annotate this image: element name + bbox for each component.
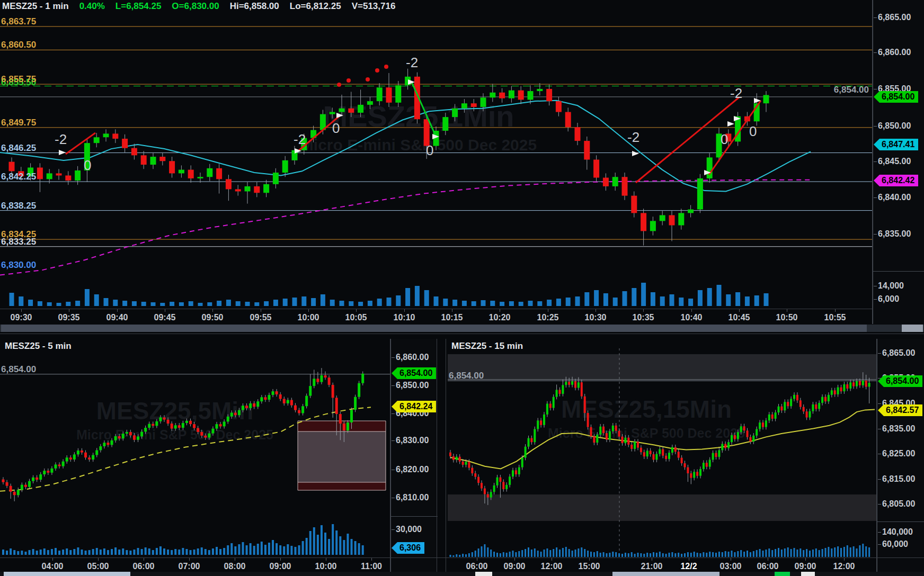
panel-border [446,339,446,572]
trading-app-window: MESZ25 - 1 min0.40%L=6,854.25O=6,830.00H… [0,0,924,576]
time-tick [326,558,326,561]
time-label: 09:55 [250,313,272,322]
header-item: V=513,716 [352,1,396,11]
axis-price-label: 14,000 [878,281,904,291]
axis-price-label: 6,815.00 [882,474,915,484]
fifteen-min-time-axis[interactable]: 06:0009:0012:0015:0021:0012/203:0006:000… [445,558,924,573]
time-tick [235,558,235,561]
time-tick [356,309,357,312]
axis-price-label: 6,865.00 [878,13,911,22]
time-tick [98,558,99,561]
price-badge: 6,847.41 [874,139,918,150]
time-label: 10:20 [489,313,511,322]
chart-header: MESZ25 - 1 min0.40%L=6,854.25O=6,830.00H… [0,0,406,13]
left-price-labels: 6,854.00 [449,371,484,381]
volume-bars [10,283,769,306]
header-item: Hi=6,858.00 [230,1,279,11]
time-label: 06:00 [466,562,488,571]
price-badge: 6,854.00 [878,375,922,387]
panel-border [0,557,924,558]
time-tick [514,558,515,561]
time-tick [144,558,144,561]
svg-text:-2: -2 [730,85,742,101]
time-label: 10:45 [728,313,750,322]
five-min-chart[interactable]: 6,854.00 [0,339,390,557]
scrollbar-thumb[interactable] [475,572,492,576]
time-label: 12:00 [541,562,563,571]
time-label: 12/2 [680,562,697,571]
axis-price-label: 6,860.00 [878,48,911,57]
bottom-scrollbar[interactable] [0,572,924,576]
svg-text:6,842.25: 6,842.25 [1,172,36,182]
panel-border [437,339,437,572]
scrollbar-thumb[interactable] [902,325,923,332]
axis-price-label: 6,805.00 [882,499,915,509]
volume-pane-separator [873,271,924,272]
panel-border [876,339,877,572]
time-label: 06:00 [133,562,155,571]
time-tick [189,558,190,561]
slow-ma-magenta [0,180,811,275]
time-label: 10:00 [315,562,337,571]
time-label: 15:00 [579,562,600,571]
volume-bars [450,544,870,557]
time-label: 09:35 [58,313,80,322]
candles [9,69,769,246]
axis-price-label: 140,000 [882,527,913,537]
axis-price-label: 6,840.00 [878,193,911,202]
svg-text:6,863.75: 6,863.75 [1,16,36,26]
time-label: 21:00 [641,562,663,571]
axis-price-label: 6,845.00 [878,157,911,166]
time-label: 09:00 [504,562,526,571]
time-tick [652,558,652,561]
time-label: 08:00 [224,562,246,571]
time-label: 10:00 [298,313,319,322]
svg-text:6,854.00: 6,854.00 [449,371,484,381]
time-label: 05:00 [87,562,109,571]
time-tick [261,309,261,312]
svg-text:6,855.75: 6,855.75 [1,74,36,84]
scrollbar-thumb[interactable] [1,325,867,332]
five-min-time-axis[interactable]: 04:0005:0006:0007:0008:0009:0010:0011:00 [0,558,437,573]
time-tick [280,558,281,561]
one-min-chart[interactable]: -20-20-20-20-206,863.756,860.506,855.506… [0,13,873,310]
time-tick [404,309,405,312]
time-label: 11:00 [361,562,382,571]
one-min-price-axis[interactable]: 6,865.006,860.006,855.006,850.006,845.00… [873,0,924,324]
volume-pane-separator [877,521,924,522]
scrollbar-thumb[interactable] [801,572,815,576]
time-tick [500,309,500,312]
scrollbar-thumb[interactable] [612,572,719,576]
time-tick [69,309,69,312]
time-label: 04:00 [42,562,64,571]
horizontal-scrollbar[interactable] [0,325,924,332]
axis-price-label: 6,865.00 [882,348,915,358]
time-tick [552,558,552,561]
time-tick [691,309,692,312]
svg-text:-2: -2 [294,131,306,147]
panel-border [872,0,873,324]
svg-text:6,830.00: 6,830.00 [1,260,36,270]
panel-border [0,309,873,309]
volume-pane-separator [391,516,438,517]
scrollbar-thumb[interactable] [4,572,130,576]
axis-price-label: 6,860.00 [396,353,429,362]
scrollbar-thumb[interactable] [775,572,790,576]
header-item: L=6,854.25 [116,1,162,11]
time-label: 09:50 [202,313,224,322]
fifteen-min-chart[interactable]: 6,854.00 [448,339,877,557]
one-min-time-axis[interactable]: 09:3009:3509:4009:4509:5009:5510:0010:05… [0,309,873,324]
five-min-price-axis[interactable]: 6,860.006,850.006,840.006,830.006,820.00… [390,339,438,572]
time-label: 10:30 [585,313,607,322]
price-badge: 6,854.00 [874,91,918,103]
time-tick [212,309,213,312]
fifteen-min-price-axis[interactable]: 6,865.006,855.006,845.006,835.006,825.00… [877,339,924,572]
time-tick [371,558,372,561]
candles [449,372,870,505]
axis-price-label: 60,000 [882,539,908,549]
time-label: 10:10 [394,313,415,322]
svg-text:6,854.00: 6,854.00 [834,85,869,95]
time-label: 09:45 [154,313,176,322]
time-tick [117,309,118,312]
time-label: 06:00 [757,562,779,571]
